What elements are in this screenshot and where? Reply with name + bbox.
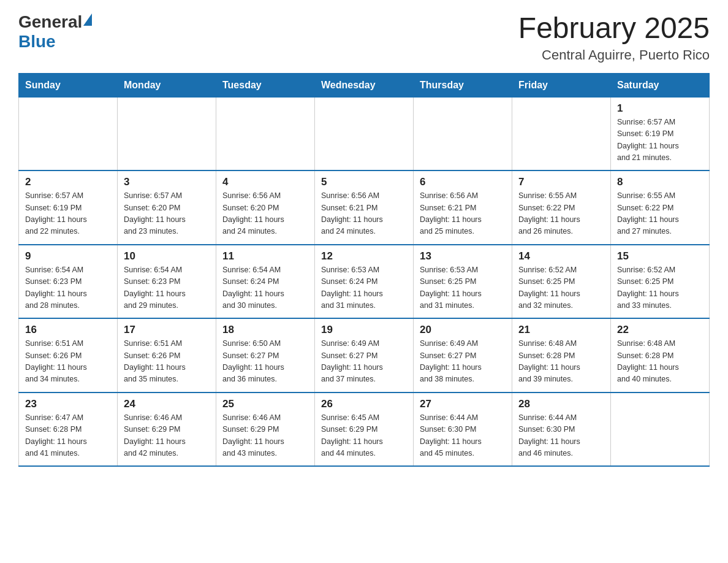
day-info: Sunrise: 6:53 AM Sunset: 6:25 PM Dayligh… <box>420 264 506 312</box>
day-info: Sunrise: 6:46 AM Sunset: 6:29 PM Dayligh… <box>124 412 210 460</box>
calendar-cell: 27Sunrise: 6:44 AM Sunset: 6:30 PM Dayli… <box>414 393 512 467</box>
calendar-cell: 21Sunrise: 6:48 AM Sunset: 6:28 PM Dayli… <box>512 318 611 393</box>
weekday-header-tuesday: Tuesday <box>216 73 315 97</box>
day-number: 23 <box>25 398 111 410</box>
day-number: 9 <box>25 250 111 262</box>
calendar-cell: 7Sunrise: 6:55 AM Sunset: 6:22 PM Daylig… <box>512 170 611 245</box>
calendar-cell: 22Sunrise: 6:48 AM Sunset: 6:28 PM Dayli… <box>611 318 710 393</box>
day-number: 3 <box>124 176 210 188</box>
day-number: 26 <box>321 398 407 410</box>
calendar-week-row: 23Sunrise: 6:47 AM Sunset: 6:28 PM Dayli… <box>19 393 710 467</box>
calendar-cell: 6Sunrise: 6:56 AM Sunset: 6:21 PM Daylig… <box>414 170 512 245</box>
month-title: February 2025 <box>518 12 710 45</box>
day-info: Sunrise: 6:48 AM Sunset: 6:28 PM Dayligh… <box>518 338 604 386</box>
day-number: 11 <box>222 250 308 262</box>
day-info: Sunrise: 6:48 AM Sunset: 6:28 PM Dayligh… <box>617 338 703 386</box>
logo-general-text: General <box>18 12 82 32</box>
day-number: 17 <box>124 324 210 336</box>
calendar-cell: 15Sunrise: 6:52 AM Sunset: 6:25 PM Dayli… <box>611 245 710 319</box>
day-number: 27 <box>420 398 506 410</box>
calendar-cell: 26Sunrise: 6:45 AM Sunset: 6:29 PM Dayli… <box>315 393 414 467</box>
title-area: February 2025 Central Aguirre, Puerto Ri… <box>518 12 710 63</box>
calendar-cell: 23Sunrise: 6:47 AM Sunset: 6:28 PM Dayli… <box>19 393 118 467</box>
calendar-cell: 9Sunrise: 6:54 AM Sunset: 6:23 PM Daylig… <box>19 245 118 319</box>
calendar-cell: 24Sunrise: 6:46 AM Sunset: 6:29 PM Dayli… <box>118 393 216 467</box>
calendar-cell: 11Sunrise: 6:54 AM Sunset: 6:24 PM Dayli… <box>216 245 315 319</box>
day-info: Sunrise: 6:54 AM Sunset: 6:23 PM Dayligh… <box>124 264 210 312</box>
day-info: Sunrise: 6:51 AM Sunset: 6:26 PM Dayligh… <box>124 338 210 386</box>
day-info: Sunrise: 6:47 AM Sunset: 6:28 PM Dayligh… <box>25 412 111 460</box>
calendar-week-row: 16Sunrise: 6:51 AM Sunset: 6:26 PM Dayli… <box>19 318 710 393</box>
weekday-header-wednesday: Wednesday <box>315 73 414 97</box>
calendar-cell: 5Sunrise: 6:56 AM Sunset: 6:21 PM Daylig… <box>315 170 414 245</box>
calendar-cell: 13Sunrise: 6:53 AM Sunset: 6:25 PM Dayli… <box>414 245 512 319</box>
day-info: Sunrise: 6:49 AM Sunset: 6:27 PM Dayligh… <box>420 338 506 386</box>
day-number: 19 <box>321 324 407 336</box>
day-number: 14 <box>518 250 604 262</box>
day-info: Sunrise: 6:46 AM Sunset: 6:29 PM Dayligh… <box>222 412 308 460</box>
weekday-header-friday: Friday <box>512 73 611 97</box>
header: General Blue February 2025 Central Aguir… <box>18 12 710 63</box>
day-number: 20 <box>420 324 506 336</box>
day-number: 8 <box>617 176 703 188</box>
calendar-cell <box>315 97 414 170</box>
day-number: 25 <box>222 398 308 410</box>
day-number: 2 <box>25 176 111 188</box>
calendar-cell <box>611 393 710 467</box>
weekday-header-saturday: Saturday <box>611 73 710 97</box>
day-info: Sunrise: 6:44 AM Sunset: 6:30 PM Dayligh… <box>420 412 506 460</box>
calendar-cell: 25Sunrise: 6:46 AM Sunset: 6:29 PM Dayli… <box>216 393 315 467</box>
day-info: Sunrise: 6:56 AM Sunset: 6:21 PM Dayligh… <box>321 190 407 238</box>
logo-triangle-icon <box>83 13 92 26</box>
calendar-cell <box>512 97 611 170</box>
day-number: 5 <box>321 176 407 188</box>
calendar-cell: 8Sunrise: 6:55 AM Sunset: 6:22 PM Daylig… <box>611 170 710 245</box>
calendar-cell: 12Sunrise: 6:53 AM Sunset: 6:24 PM Dayli… <box>315 245 414 319</box>
day-info: Sunrise: 6:55 AM Sunset: 6:22 PM Dayligh… <box>617 190 703 238</box>
day-info: Sunrise: 6:52 AM Sunset: 6:25 PM Dayligh… <box>617 264 703 312</box>
calendar-table: SundayMondayTuesdayWednesdayThursdayFrid… <box>18 73 710 467</box>
calendar-week-row: 1Sunrise: 6:57 AM Sunset: 6:19 PM Daylig… <box>19 97 710 170</box>
day-number: 10 <box>124 250 210 262</box>
calendar-cell: 19Sunrise: 6:49 AM Sunset: 6:27 PM Dayli… <box>315 318 414 393</box>
day-info: Sunrise: 6:45 AM Sunset: 6:29 PM Dayligh… <box>321 412 407 460</box>
calendar-cell: 20Sunrise: 6:49 AM Sunset: 6:27 PM Dayli… <box>414 318 512 393</box>
location-title: Central Aguirre, Puerto Rico <box>518 47 710 63</box>
day-number: 28 <box>518 398 604 410</box>
calendar-cell: 10Sunrise: 6:54 AM Sunset: 6:23 PM Dayli… <box>118 245 216 319</box>
day-number: 6 <box>420 176 506 188</box>
calendar-cell <box>216 97 315 170</box>
day-info: Sunrise: 6:55 AM Sunset: 6:22 PM Dayligh… <box>518 190 604 238</box>
day-number: 4 <box>222 176 308 188</box>
day-info: Sunrise: 6:54 AM Sunset: 6:23 PM Dayligh… <box>25 264 111 312</box>
calendar-week-row: 9Sunrise: 6:54 AM Sunset: 6:23 PM Daylig… <box>19 245 710 319</box>
calendar-cell: 3Sunrise: 6:57 AM Sunset: 6:20 PM Daylig… <box>118 170 216 245</box>
calendar-cell: 17Sunrise: 6:51 AM Sunset: 6:26 PM Dayli… <box>118 318 216 393</box>
calendar-cell: 28Sunrise: 6:44 AM Sunset: 6:30 PM Dayli… <box>512 393 611 467</box>
day-number: 18 <box>222 324 308 336</box>
calendar-cell <box>414 97 512 170</box>
day-info: Sunrise: 6:50 AM Sunset: 6:27 PM Dayligh… <box>222 338 308 386</box>
calendar-cell: 1Sunrise: 6:57 AM Sunset: 6:19 PM Daylig… <box>611 97 710 170</box>
weekday-header-row: SundayMondayTuesdayWednesdayThursdayFrid… <box>19 73 710 97</box>
day-info: Sunrise: 6:53 AM Sunset: 6:24 PM Dayligh… <box>321 264 407 312</box>
day-number: 22 <box>617 324 703 336</box>
logo-blue-text: Blue <box>18 32 56 51</box>
day-info: Sunrise: 6:56 AM Sunset: 6:21 PM Dayligh… <box>420 190 506 238</box>
day-info: Sunrise: 6:49 AM Sunset: 6:27 PM Dayligh… <box>321 338 407 386</box>
logo: General Blue <box>18 12 92 52</box>
calendar-cell: 2Sunrise: 6:57 AM Sunset: 6:19 PM Daylig… <box>19 170 118 245</box>
day-number: 15 <box>617 250 703 262</box>
calendar-cell: 4Sunrise: 6:56 AM Sunset: 6:20 PM Daylig… <box>216 170 315 245</box>
day-number: 7 <box>518 176 604 188</box>
day-info: Sunrise: 6:51 AM Sunset: 6:26 PM Dayligh… <box>25 338 111 386</box>
calendar-cell <box>19 97 118 170</box>
calendar-cell: 14Sunrise: 6:52 AM Sunset: 6:25 PM Dayli… <box>512 245 611 319</box>
day-number: 24 <box>124 398 210 410</box>
day-info: Sunrise: 6:52 AM Sunset: 6:25 PM Dayligh… <box>518 264 604 312</box>
day-info: Sunrise: 6:44 AM Sunset: 6:30 PM Dayligh… <box>518 412 604 460</box>
day-number: 1 <box>617 102 703 115</box>
day-info: Sunrise: 6:57 AM Sunset: 6:19 PM Dayligh… <box>617 117 703 164</box>
calendar-cell: 18Sunrise: 6:50 AM Sunset: 6:27 PM Dayli… <box>216 318 315 393</box>
day-number: 12 <box>321 250 407 262</box>
